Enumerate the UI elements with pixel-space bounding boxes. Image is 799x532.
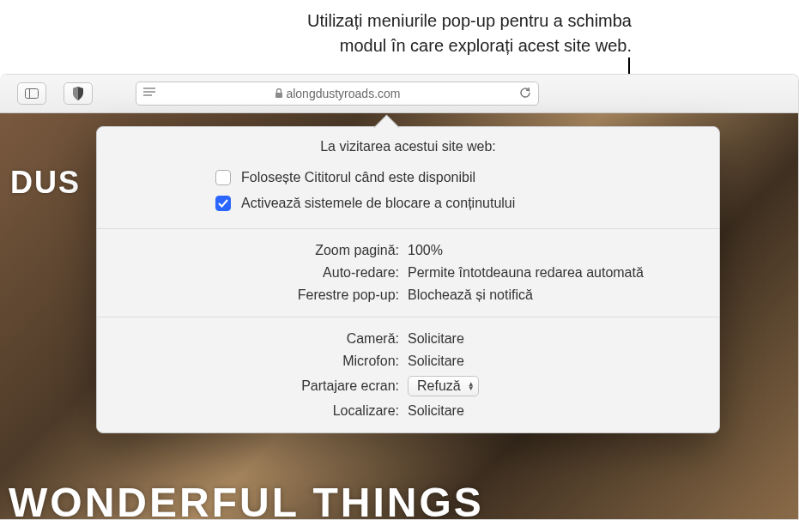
autoplay-value[interactable]: Permite întotdeauna redarea automată — [408, 265, 644, 281]
microphone-value[interactable]: Solicitare — [408, 354, 464, 369]
site-settings-popover: La vizitarea acestui site web: Folosește… — [96, 126, 720, 433]
browser-window: alongdustyroads.com DUS WONDERFUL THINGS… — [0, 74, 799, 520]
autoplay-row: Auto-redare: Permite întotdeauna redarea… — [97, 262, 719, 284]
svg-rect-5 — [275, 93, 282, 98]
autoplay-label: Auto-redare: — [97, 265, 408, 281]
popups-row: Ferestre pop-up: Blochează și notifică — [97, 284, 719, 306]
screen-share-row: Partajare ecran: Refuză ▲▼ — [97, 372, 719, 400]
zoom-value[interactable]: 100% — [408, 243, 443, 258]
address-bar[interactable]: alongdustyroads.com — [136, 82, 539, 106]
stepper-arrows-icon: ▲▼ — [468, 382, 475, 390]
popover-title: La vizitarea acestui site web: — [97, 127, 719, 161]
zoom-row: Zoom pagină: 100% — [97, 239, 719, 262]
zoom-label: Zoom pagină: — [97, 243, 408, 258]
content-blockers-label: Activează sistemele de blocare a conținu… — [241, 196, 515, 211]
url-text: alongdustyroads.com — [164, 87, 511, 100]
instructional-caption: Utilizați meniurile pop-up pentru a schi… — [0, 0, 799, 74]
camera-label: Cameră: — [97, 331, 408, 347]
screen-share-select[interactable]: Refuză ▲▼ — [408, 376, 479, 396]
lock-icon — [275, 88, 283, 99]
svg-rect-0 — [26, 89, 39, 99]
reader-icon[interactable] — [143, 87, 155, 100]
popups-label: Ferestre pop-up: — [97, 287, 408, 303]
reader-checkbox[interactable] — [215, 170, 231, 185]
settings-group-general: Zoom pagină: 100% Auto-redare: Permite î… — [97, 229, 719, 317]
location-row: Localizare: Solicitare — [97, 400, 719, 422]
browser-toolbar: alongdustyroads.com — [0, 75, 798, 113]
camera-value[interactable]: Solicitare — [408, 331, 464, 347]
bg-word-fragment: DUS — [10, 165, 81, 201]
reader-checkbox-label: Folosește Cititorul când este disponibil — [241, 170, 475, 185]
microphone-row: Microfon: Solicitare — [97, 350, 719, 372]
microphone-label: Microfon: — [97, 354, 408, 369]
bg-heading: WONDERFUL THINGS — [9, 479, 484, 520]
sidebar-button[interactable] — [17, 82, 46, 105]
privacy-shield-button[interactable] — [64, 82, 93, 105]
popups-value[interactable]: Blochează și notifică — [408, 287, 533, 303]
screen-share-label: Partajare ecran: — [97, 378, 408, 394]
location-value[interactable]: Solicitare — [408, 403, 464, 419]
camera-row: Cameră: Solicitare — [97, 328, 719, 350]
location-label: Localizare: — [97, 403, 408, 419]
content-blockers-checkbox[interactable] — [215, 196, 231, 211]
reload-icon[interactable] — [519, 87, 531, 101]
settings-group-permissions: Cameră: Solicitare Microfon: Solicitare … — [97, 317, 719, 432]
